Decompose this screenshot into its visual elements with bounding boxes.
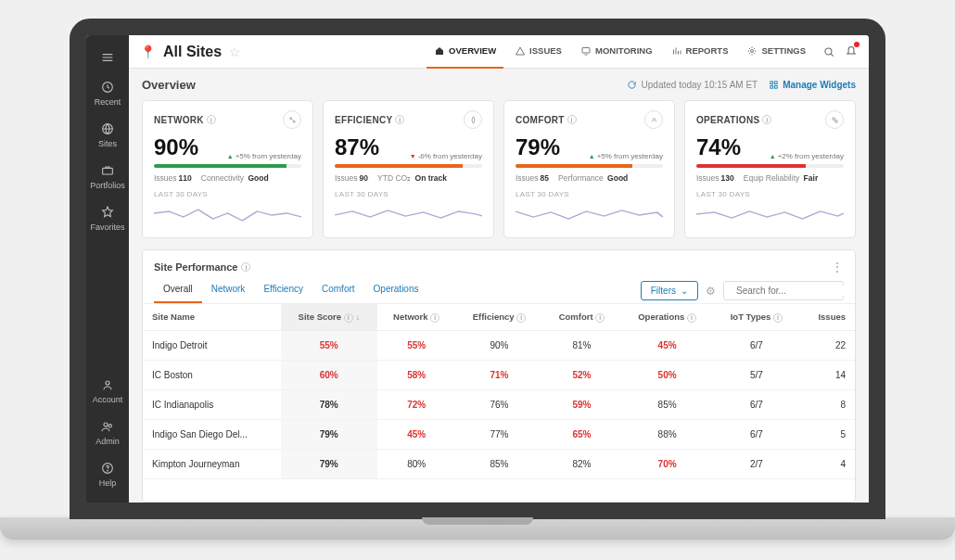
col-site-name[interactable]: Site Name xyxy=(143,304,281,330)
col-site-score[interactable]: Site Score i↓ xyxy=(281,304,377,330)
col-network[interactable]: Network i xyxy=(377,304,456,330)
svg-point-13 xyxy=(825,47,832,54)
table-row[interactable]: Kimpton Journeyman 79% 80% 85% 82% 70% 2… xyxy=(143,449,855,478)
panel-tab-operations[interactable]: Operations xyxy=(364,278,428,303)
sidebar-item-account[interactable]: Account xyxy=(86,370,129,412)
sidebar-item-favorites[interactable]: Favorites xyxy=(86,197,129,239)
manage-widgets-link[interactable]: Manage Widgets xyxy=(769,80,856,90)
sidebar-item-recent[interactable]: Recent xyxy=(86,72,129,114)
cell-iot: 6/7 xyxy=(714,330,799,360)
svg-rect-5 xyxy=(103,168,113,174)
topbar: 📍 All Sites ☆ OVERVIEW ISSUES MONITORING… xyxy=(129,35,869,69)
site-performance-panel: Site Performance i ⋮ Overall Network Eff… xyxy=(142,249,856,503)
svg-point-8 xyxy=(108,425,111,427)
svg-rect-15 xyxy=(775,81,778,83)
kpi-card[interactable]: COMFORT i 79%+5% from yesterday Issues85… xyxy=(503,100,675,238)
panel-tab-efficiency[interactable]: Efficiency xyxy=(254,278,312,303)
svg-point-12 xyxy=(751,49,754,52)
cell-network: 72% xyxy=(377,389,456,419)
tab-settings[interactable]: SETTINGS xyxy=(739,35,813,69)
kpi-card[interactable]: EFFICIENCY i 87%-6% from yesterday Issue… xyxy=(323,100,494,238)
info-icon: i xyxy=(595,313,605,323)
tab-overview[interactable]: OVERVIEW xyxy=(427,35,503,69)
info-icon[interactable]: i xyxy=(207,115,216,124)
tab-label: SETTINGS xyxy=(761,45,806,56)
sparkline xyxy=(154,200,301,224)
panel-tab-network[interactable]: Network xyxy=(202,278,255,303)
table-row[interactable]: IC Boston 60% 58% 71% 52% 50% 5/7 14 xyxy=(143,360,855,389)
info-icon[interactable]: i xyxy=(567,115,577,124)
cell-site-score: 55% xyxy=(281,330,377,360)
refresh-icon[interactable] xyxy=(627,80,637,90)
favorite-toggle[interactable]: ☆ xyxy=(229,45,241,59)
info-icon: i xyxy=(516,313,526,323)
sidebar-item-portfolios[interactable]: Portfolios xyxy=(86,156,129,197)
table-row[interactable]: Indigo Detroit 55% 55% 90% 81% 45% 6/7 2… xyxy=(143,330,855,360)
col-operations[interactable]: Operations i xyxy=(621,304,714,330)
col-issues[interactable]: Issues xyxy=(799,304,855,330)
sidebar: Recent Sites Portfolios Favorites Accoun… xyxy=(86,35,129,503)
card-action[interactable] xyxy=(644,110,663,129)
tab-issues[interactable]: ISSUES xyxy=(507,35,569,69)
sidebar-label: Account xyxy=(93,395,123,404)
cell-operations: 85% xyxy=(621,389,714,419)
info-icon[interactable]: i xyxy=(241,262,250,272)
card-last30-label: LAST 30 DAYS xyxy=(516,190,663,198)
card-action[interactable] xyxy=(283,110,301,129)
card-title: EFFICIENCY i xyxy=(335,115,404,125)
card-score: 74% xyxy=(696,134,741,160)
notifications-button[interactable] xyxy=(839,44,858,60)
sidebar-label: Sites xyxy=(98,139,117,148)
sidebar-item-sites[interactable]: Sites xyxy=(86,114,129,156)
search-input-wrap[interactable] xyxy=(723,281,844,300)
col-efficiency[interactable]: Efficiency i xyxy=(456,304,543,330)
card-meta: Issues110Connectivity Good xyxy=(154,173,301,183)
svg-point-7 xyxy=(104,423,108,426)
menu-toggle[interactable] xyxy=(86,43,129,72)
panel-tab-comfort[interactable]: Comfort xyxy=(312,278,364,303)
card-action[interactable] xyxy=(464,110,482,129)
card-action[interactable] xyxy=(825,110,844,129)
panel-menu[interactable]: ⋮ xyxy=(831,260,844,274)
clock-icon xyxy=(100,80,115,95)
panel-title: Site Performance i xyxy=(154,261,250,273)
panel-tab-overall[interactable]: Overall xyxy=(154,278,202,303)
card-bar xyxy=(696,164,844,168)
kpi-card[interactable]: OPERATIONS i 74%+2% from yesterday Issue… xyxy=(684,100,856,238)
sparkline xyxy=(335,200,482,224)
card-title: NETWORK i xyxy=(154,115,216,125)
search-input[interactable] xyxy=(736,286,854,296)
cell-issues: 4 xyxy=(799,449,855,478)
cell-efficiency: 76% xyxy=(456,389,543,419)
sidebar-label: Recent xyxy=(95,97,121,107)
cell-iot: 2/7 xyxy=(714,449,799,478)
tab-monitoring[interactable]: MONITORING xyxy=(573,35,660,69)
tab-reports[interactable]: REPORTS xyxy=(664,35,736,69)
sidebar-label: Admin xyxy=(96,437,120,446)
sidebar-item-help[interactable]: Help xyxy=(86,453,129,495)
cell-comfort: 81% xyxy=(542,330,620,360)
notification-dot xyxy=(854,42,860,47)
sidebar-label: Portfolios xyxy=(90,181,125,190)
filters-button[interactable]: Filters ⌄ xyxy=(641,281,698,300)
cell-issues: 5 xyxy=(799,419,855,449)
col-iot-types[interactable]: IoT Types i xyxy=(714,304,799,330)
col-comfort[interactable]: Comfort i xyxy=(542,304,620,330)
table-row[interactable]: IC Indianapolis 78% 72% 76% 59% 85% 6/7 … xyxy=(143,389,855,419)
kpi-card[interactable]: NETWORK i 90%+5% from yesterday Issues11… xyxy=(142,100,313,238)
cell-operations: 70% xyxy=(621,449,714,478)
monitor-icon xyxy=(580,45,592,57)
info-icon[interactable]: i xyxy=(762,115,771,124)
card-meta: Issues90YTD CO₂ On track xyxy=(335,173,482,183)
sidebar-item-admin[interactable]: Admin xyxy=(86,412,129,453)
search-icon[interactable] xyxy=(822,45,835,58)
table-settings[interactable]: ⚙ xyxy=(706,285,716,298)
svg-rect-17 xyxy=(775,85,778,88)
cell-operations: 45% xyxy=(621,330,714,360)
globe-icon xyxy=(100,121,115,136)
info-icon[interactable]: i xyxy=(395,115,404,124)
card-meta: Issues130Equip Reliability Fair xyxy=(696,173,844,183)
subheader: Overview Updated today 10:15 AM ET Manag… xyxy=(129,69,869,100)
table-row[interactable]: Indigo San Diego Del... 79% 45% 77% 65% … xyxy=(143,419,855,449)
svg-point-10 xyxy=(108,470,108,471)
